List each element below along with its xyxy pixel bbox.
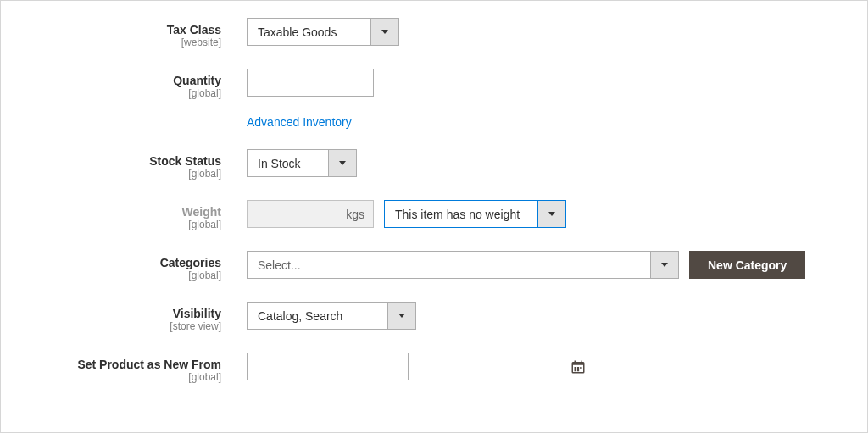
visibility-field: Catalog, Search xyxy=(247,302,842,330)
categories-field: Select... New Category xyxy=(247,251,842,279)
categories-label-col: Categories [global] xyxy=(26,251,247,281)
chevron-down-icon xyxy=(339,161,346,165)
svg-rect-12 xyxy=(581,360,582,364)
stock-status-select[interactable]: In Stock xyxy=(247,149,357,177)
quantity-scope: [global] xyxy=(26,87,221,99)
calendar-icon[interactable] xyxy=(570,359,586,375)
categories-placeholder: Select... xyxy=(248,252,650,278)
weight-label-col: Weight [global] xyxy=(26,200,247,230)
new-to-date-input[interactable] xyxy=(408,353,535,380)
new-from-scope: [global] xyxy=(26,371,221,383)
new-from-row: Set Product as New From [global] To xyxy=(26,353,842,383)
calendar-icon-svg xyxy=(570,359,586,375)
tax-class-value: Taxable Goods xyxy=(248,19,370,45)
svg-rect-16 xyxy=(575,369,576,371)
weight-type-select[interactable]: This item has no weight xyxy=(384,200,566,228)
stock-status-dropdown-button[interactable] xyxy=(328,150,356,176)
categories-row: Categories [global] Select... New Catego… xyxy=(26,251,842,281)
weight-unit: kgs xyxy=(346,208,364,221)
quantity-label-col: Quantity [global] xyxy=(26,69,247,99)
advanced-inventory-link[interactable]: Advanced Inventory xyxy=(247,115,352,129)
stock-status-field: In Stock xyxy=(247,149,842,177)
new-from-label-col: Set Product as New From [global] xyxy=(26,353,247,383)
tax-class-dropdown-button[interactable] xyxy=(370,19,398,45)
categories-label: Categories xyxy=(26,256,221,269)
svg-rect-10 xyxy=(572,362,584,364)
stock-status-row: Stock Status [global] In Stock xyxy=(26,149,842,180)
chevron-down-icon xyxy=(548,212,555,216)
new-from-label: Set Product as New From xyxy=(26,358,221,371)
visibility-row: Visibility [store view] Catalog, Search xyxy=(26,302,842,332)
new-from-field: To xyxy=(247,353,842,380)
stock-status-label-col: Stock Status [global] xyxy=(26,149,247,180)
categories-dropdown-button[interactable] xyxy=(650,252,678,278)
tax-class-row: Tax Class [website] Taxable Goods xyxy=(26,18,842,48)
visibility-dropdown-button[interactable] xyxy=(387,303,415,329)
tax-class-field: Taxable Goods xyxy=(247,18,842,46)
quantity-row: Quantity [global] Advanced Inventory xyxy=(26,69,842,129)
quantity-label: Quantity xyxy=(26,74,221,87)
chevron-down-icon xyxy=(398,314,405,318)
chevron-down-icon xyxy=(661,263,668,267)
visibility-value: Catalog, Search xyxy=(248,303,387,329)
svg-rect-15 xyxy=(580,367,581,369)
weight-input-disabled: kgs xyxy=(247,200,374,228)
quantity-input[interactable] xyxy=(247,69,374,97)
weight-field: kgs This item has no weight xyxy=(247,200,842,228)
new-from-date-field[interactable] xyxy=(248,353,409,380)
quantity-field: Advanced Inventory xyxy=(247,69,842,129)
tax-class-label-col: Tax Class [website] xyxy=(26,18,247,48)
stock-status-value: In Stock xyxy=(248,150,328,176)
visibility-select[interactable]: Catalog, Search xyxy=(247,302,416,330)
svg-rect-13 xyxy=(575,367,576,369)
weight-row: Weight [global] kgs This item has no wei… xyxy=(26,200,842,230)
svg-rect-17 xyxy=(577,369,579,371)
new-from-date-input[interactable] xyxy=(247,353,374,380)
svg-rect-11 xyxy=(575,360,576,364)
categories-select[interactable]: Select... xyxy=(247,251,679,279)
tax-class-label: Tax Class xyxy=(26,23,221,36)
svg-rect-14 xyxy=(577,367,579,369)
tax-class-select[interactable]: Taxable Goods xyxy=(247,18,399,46)
categories-scope: [global] xyxy=(26,269,221,281)
weight-label: Weight xyxy=(26,205,221,219)
stock-status-scope: [global] xyxy=(26,168,221,180)
weight-type-value: This item has no weight xyxy=(385,201,537,227)
visibility-label: Visibility xyxy=(26,307,221,320)
tax-class-scope: [website] xyxy=(26,36,221,48)
weight-type-dropdown-button[interactable] xyxy=(537,201,565,227)
weight-scope: [global] xyxy=(26,219,221,230)
new-to-date-field[interactable] xyxy=(409,353,570,380)
visibility-label-col: Visibility [store view] xyxy=(26,302,247,332)
new-category-button[interactable]: New Category xyxy=(689,251,805,279)
stock-status-label: Stock Status xyxy=(26,154,221,168)
visibility-scope: [store view] xyxy=(26,320,221,332)
chevron-down-icon xyxy=(381,30,388,34)
